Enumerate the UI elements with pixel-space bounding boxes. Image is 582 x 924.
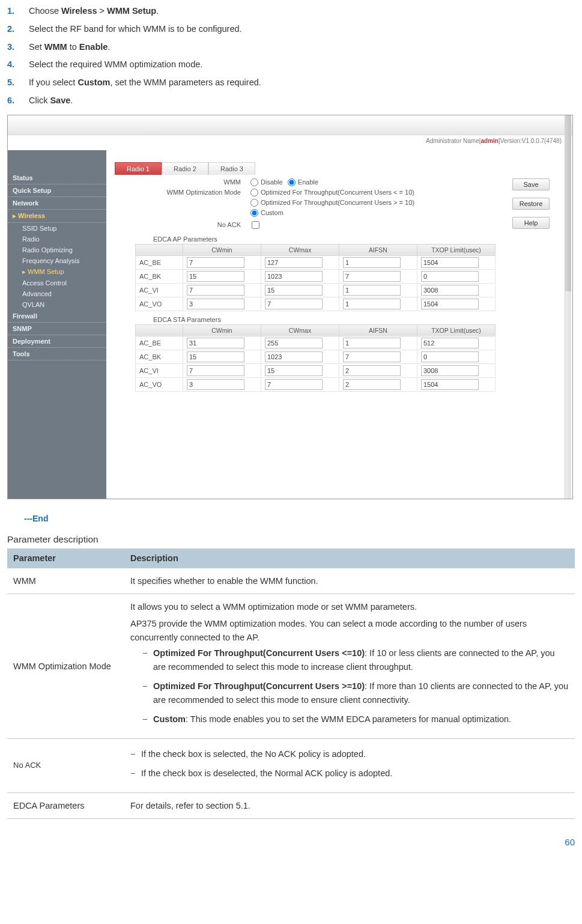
input-cwmax[interactable] [265,379,323,390]
sidebar-subitem-freq[interactable]: Frequency Analysis [8,255,106,266]
input-txop[interactable] [421,257,479,268]
row-wmm-opt: WMM Optimization Mode Optimized For Thro… [115,189,554,196]
input-cwmax[interactable] [265,365,323,376]
noack-bullets: If the check box is selected, the No ACK… [130,747,569,780]
sidebar-subitem-radio-opt[interactable]: Radio Optimizing [8,245,106,255]
radio-opt-le10[interactable] [250,189,258,196]
step-number: 1. [7,5,29,18]
sidebar-subitem-wmm[interactable]: ▸ WMM Setup [8,266,106,278]
input-aifsn[interactable] [343,338,401,348]
input-cwmin[interactable] [187,299,244,309]
input-cwmax[interactable] [265,271,323,282]
radio-opt-ge10[interactable] [250,199,258,207]
label-noack: No ACK [115,221,249,228]
table-row: AC_BK [136,350,496,363]
sidebar-item-status[interactable]: Status [8,172,106,184]
tab-radio1[interactable]: Radio 1 [115,162,162,175]
table-row: AC_VO [136,297,496,311]
radio-custom[interactable] [250,209,258,217]
save-button[interactable]: Save [512,178,550,190]
input-aifsn[interactable] [343,257,401,268]
input-aifsn[interactable] [343,299,401,309]
input-cwmin[interactable] [187,271,244,282]
cell-param: WMM [7,568,124,594]
input-cwmin[interactable] [187,257,244,268]
sidebar-subitem-qvlan[interactable]: QVLAN [8,299,106,310]
admin-line: Administrator Name[admin]Version:V1.0.0.… [8,135,572,151]
scrollbar[interactable] [565,115,571,499]
sidebar-item-quicksetup[interactable]: Quick Setup [8,184,106,197]
sidebar-item-firewall[interactable]: Firewall [8,310,106,323]
input-txop[interactable] [421,271,479,282]
step-text: Click Save. [29,94,73,108]
table-row: AC_VO [136,377,496,391]
input-aifsn[interactable] [343,285,401,296]
input-txop[interactable] [421,365,479,376]
main-panel: Radio 1 Radio 2 Radio 3 Save Restore Hel… [106,150,572,499]
sidebar-item-wireless[interactable]: ▸ Wireless [8,210,106,223]
sidebar-subitem-advanced[interactable]: Advanced [8,288,106,299]
tab-radio2[interactable]: Radio 2 [162,162,208,175]
checkbox-noack[interactable] [252,221,259,229]
sidebar-subitem-radio[interactable]: Radio [8,234,106,245]
step-1: 1. Choose Wireless > WMM Setup. [7,5,575,18]
cell-desc: It specifies whether to enable the WMM f… [124,568,575,594]
table-edca-ap: CWmin CWmax AIFSN TXOP Limit(usec) AC_BE… [135,244,496,311]
input-cwmax[interactable] [265,338,323,348]
step-text: If you select Custom, set the WMM parame… [29,76,261,90]
end-marker: ---End [24,514,575,523]
input-cwmax[interactable] [265,285,323,296]
input-cwmax[interactable] [265,257,323,268]
tab-radio3[interactable]: Radio 3 [208,162,255,175]
input-txop[interactable] [421,379,479,390]
input-cwmin[interactable] [187,351,244,362]
sidebar-item-tools[interactable]: Tools [8,348,106,360]
row-wmm-mode: WMM Optimization Mode It allows you to s… [7,594,575,738]
radio-wmm-disable[interactable] [250,178,258,186]
cell-param: No ACK [7,738,124,792]
input-cwmax[interactable] [265,351,323,362]
input-aifsn[interactable] [343,379,401,390]
header-parameter: Parameter [7,549,124,568]
restore-button[interactable]: Restore [512,198,550,210]
param-desc-table: Parameter Description WMM It specifies w… [7,549,575,819]
instruction-steps: 1. Choose Wireless > WMM Setup. 2. Selec… [7,5,575,108]
input-aifsn[interactable] [343,365,401,376]
input-txop[interactable] [421,285,479,296]
input-txop[interactable] [421,351,479,362]
admin-name: admin [480,138,498,144]
text-enable: Enable [298,178,318,186]
step-text: Choose Wireless > WMM Setup. [29,5,159,18]
cell-desc: If the check box is selected, the No ACK… [124,738,575,792]
input-cwmin[interactable] [187,338,244,348]
text-disable: Disable [261,178,283,186]
param-desc-title: Parameter description [7,534,575,545]
input-txop[interactable] [421,338,479,348]
input-cwmin[interactable] [187,285,244,296]
input-cwmin[interactable] [187,379,244,390]
input-cwmin[interactable] [187,365,244,376]
sidebar-subitem-access[interactable]: Access Control [8,278,106,288]
cell-param: EDCA Parameters [7,792,124,818]
radio-tabs: Radio 1 Radio 2 Radio 3 [115,162,554,175]
sidebar-item-deployment[interactable]: Deployment [8,335,106,348]
sidebar-subitem-ssid[interactable]: SSID Setup [8,223,106,234]
help-button[interactable]: Help [512,217,550,229]
row-wmm: WMM Disable Enable [115,178,554,186]
input-aifsn[interactable] [343,271,401,282]
sidebar-item-snmp[interactable]: SNMP [8,323,106,335]
button-column: Save Restore Help [512,178,554,236]
text-custom: Custom [261,209,283,216]
step-2: 2. Select the RF band for which WMM is t… [7,23,575,36]
cell-desc: For details, refer to section 5.1. [124,792,575,818]
step-number: 2. [7,23,29,36]
label-edca-sta: EDCA STA Parameters [153,316,554,323]
input-aifsn[interactable] [343,351,401,362]
sidebar-item-network[interactable]: Network [8,197,106,210]
label-edca-ap: EDCA AP Parameters [153,236,554,243]
input-cwmax[interactable] [265,299,323,309]
input-txop[interactable] [421,299,479,309]
row-wmm-custom: Custom [115,209,554,217]
radio-wmm-enable[interactable] [288,178,296,186]
step-number: 4. [7,58,29,71]
